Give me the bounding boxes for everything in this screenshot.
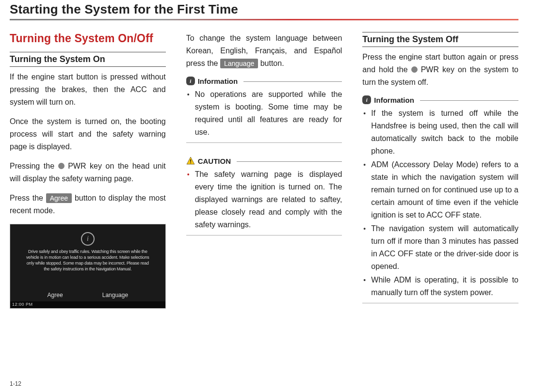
information-header: i Information [186,77,342,85]
information-header: i Information [362,95,518,104]
caution-header: ! CAUTION [186,157,342,165]
paragraph: Pressing the PWR key on the head unit wi… [10,160,166,185]
safety-warning-screenshot: i Drive safely and obey traffic rules. W… [10,224,166,309]
divider [362,303,518,303]
info-divider [420,100,518,101]
text-fragment: button. [258,59,284,67]
info-icon: i [186,77,195,85]
page-number: 1-12 [10,380,21,387]
paragraph: Once the system is turned on, the bootin… [10,115,166,153]
columns: Turning the System On/Off Turning the Sy… [10,32,518,309]
page-title: Starting the System for the First Time [10,2,518,17]
info-bullet: ADM (Accessory Delay Mode) refers to a s… [362,158,518,221]
divider [186,142,342,143]
sub-section-rule: Turning the System Off [362,32,518,47]
pwr-dot-icon [411,66,418,73]
info-bullet: The navigation system will automatically… [362,222,518,273]
column-1: Turning the System On/Off Turning the Sy… [10,32,166,309]
agree-button-inline: Agree [46,193,72,203]
screenshot-language-button: Language [97,291,133,299]
column-2: To change the system language between Ko… [186,32,342,309]
screenshot-status-bar: 12:00 PM [10,301,165,308]
sub-section-rule: Turning the System On [10,52,166,67]
title-divider [10,19,518,20]
section-on-off-title: Turning the System On/Off [10,32,166,45]
language-button-inline: Language [220,59,258,68]
svg-text:!: ! [190,158,192,164]
info-circle-icon: i [81,232,95,246]
information-label: Information [198,77,238,85]
caution-bullet-list: The safety warning page is displayed eve… [186,168,342,231]
info-bullet-list: If the system is turned off while the Ha… [362,107,518,299]
pwr-dot-icon [58,163,65,169]
caution-bullet: The safety warning page is displayed eve… [186,168,342,231]
caution-label: CAUTION [198,157,231,165]
paragraph: Press the engine start button again or p… [362,51,518,89]
column-3: Turning the System Off Press the engine … [362,32,518,309]
paragraph: Press the Agree button to display the mo… [10,192,166,217]
text-fragment: Press the [10,194,46,202]
info-bullet: While ADM is operating, it is possible t… [362,274,518,299]
text-fragment: Pressing the [10,162,58,170]
caution-divider [237,161,342,162]
caution-icon: ! [186,157,195,165]
paragraph: To change the system language between Ko… [186,32,342,70]
sub-title-off: Turning the System Off [362,33,518,46]
screenshot-agree-button: Agree [43,291,68,299]
paragraph: If the engine start button is pressed wi… [10,71,166,109]
screenshot-button-row: Agree Language [10,291,165,299]
information-label: Information [374,96,414,104]
info-divider [243,81,342,82]
page-content: Starting the System for the First Time T… [0,2,533,309]
screenshot-warning-text: Drive safely and obey traffic rules. Wat… [10,249,165,272]
info-bullet: No operations are supported while the sy… [186,88,342,139]
info-bullet-list: No operations are supported while the sy… [186,88,342,139]
info-icon: i [362,95,371,104]
divider [186,235,342,235]
sub-title-on: Turning the System On [10,53,166,65]
info-bullet: If the system is turned off while the Ha… [362,107,518,157]
